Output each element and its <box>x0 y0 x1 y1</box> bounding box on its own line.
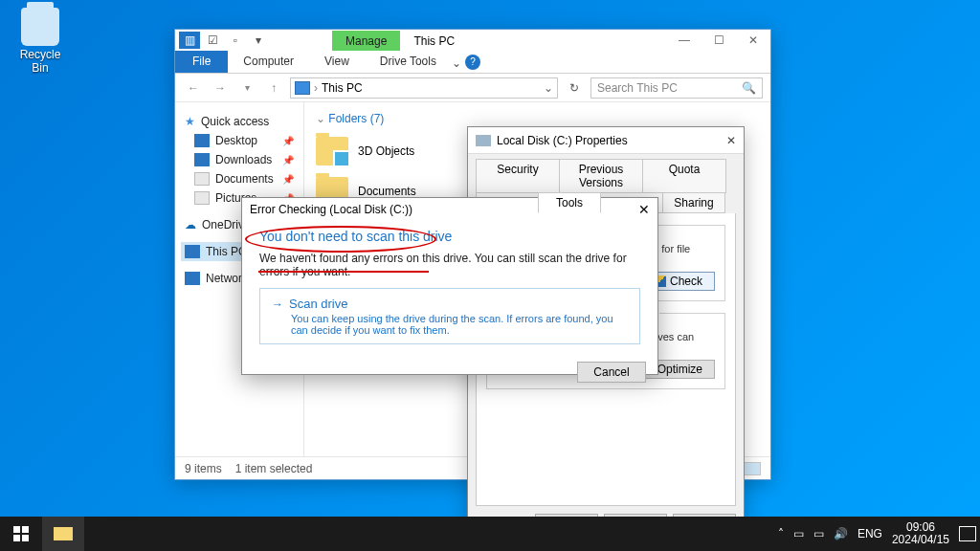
nav-desktop[interactable]: Desktop📌 <box>181 131 300 150</box>
desktop-icon-recycle-bin[interactable]: Recycle Bin <box>11 8 69 75</box>
tab-quota[interactable]: Quota <box>642 159 726 193</box>
tab-sharing[interactable]: Sharing <box>662 192 725 213</box>
properties-title: Local Disk (C:) Properties <box>497 134 628 147</box>
explorer-icon <box>54 527 73 540</box>
battery-icon[interactable]: ▭ <box>793 527 804 540</box>
action-center-button[interactable] <box>959 526 976 541</box>
pin-icon: 📌 <box>282 155 294 165</box>
ribbon-tab-file[interactable]: File <box>175 51 228 73</box>
properties-titlebar[interactable]: Local Disk (C:) Properties ✕ <box>468 127 744 154</box>
maximize-button[interactable]: ☐ <box>702 30 736 51</box>
contextual-tab-manage[interactable]: Manage <box>332 31 400 51</box>
taskbar-clock[interactable]: 09:06 2024/04/15 <box>892 521 949 546</box>
tab-tools[interactable]: Tools <box>538 192 601 213</box>
search-input[interactable]: Search This PC 🔍 <box>590 77 763 99</box>
address-bar[interactable]: › This PC ⌄ <box>290 77 558 99</box>
status-count: 9 items <box>185 462 222 475</box>
ribbon-tab-view[interactable]: View <box>309 51 365 73</box>
error-checking-dialog: Error Checking (Local Disk (C:)) ✕ You d… <box>241 197 658 375</box>
status-selected: 1 item selected <box>235 462 313 475</box>
svg-rect-3 <box>22 535 29 541</box>
error-checking-title: Error Checking (Local Disk (C:)) <box>250 203 412 216</box>
drive-icon <box>476 135 491 146</box>
ribbon-tabs: File Computer View Drive Tools ⌄ ? <box>175 51 770 74</box>
error-checking-subtext: We haven't found any errors on this driv… <box>259 252 640 278</box>
language-indicator[interactable]: ENG <box>858 527 882 540</box>
tab-previous-versions[interactable]: Previous Versions <box>559 159 643 193</box>
nav-quick-access[interactable]: ★Quick access <box>181 112 300 131</box>
ribbon-tab-drive-tools[interactable]: Drive Tools <box>365 51 452 73</box>
network-icon[interactable]: ▭ <box>813 527 824 540</box>
scan-drive-desc: You can keep using the drive during the … <box>291 313 628 336</box>
tray-chevron-icon[interactable]: ˄ <box>778 527 784 540</box>
svg-rect-2 <box>13 535 20 541</box>
qat-newfolder-icon[interactable]: ▫ <box>225 32 246 49</box>
close-button[interactable]: ✕ <box>736 30 770 51</box>
pictures-icon <box>194 191 210 205</box>
folder-icon <box>316 137 348 165</box>
address-dropdown-icon[interactable]: ⌄ <box>544 81 553 95</box>
svg-rect-1 <box>22 526 29 533</box>
nav-downloads[interactable]: Downloads📌 <box>181 150 300 169</box>
address-bar-row: ← → ▾ ↑ › This PC ⌄ ↻ Search This PC 🔍 <box>175 74 770 102</box>
nav-forward-button[interactable]: → <box>210 81 231 95</box>
pin-icon: 📌 <box>282 136 294 146</box>
minimize-button[interactable]: ― <box>667 30 702 51</box>
qat-dropdown-icon[interactable]: ▾ <box>248 32 269 49</box>
documents-icon <box>194 172 210 186</box>
scan-drive-title: Scan drive <box>289 297 347 311</box>
section-header-folders[interactable]: ⌄ Folders (7) <box>316 112 759 125</box>
search-icon: 🔍 <box>742 81 756 95</box>
volume-icon[interactable]: 🔊 <box>834 527 848 540</box>
cancel-button[interactable]: Cancel <box>577 362 646 383</box>
nav-up-button[interactable]: ↑ <box>263 81 284 95</box>
svg-rect-0 <box>13 526 20 533</box>
recycle-bin-icon <box>21 8 59 46</box>
downloads-icon <box>194 153 210 166</box>
star-icon: ★ <box>185 115 195 128</box>
recycle-bin-label: Recycle Bin <box>11 48 69 75</box>
refresh-button[interactable]: ↻ <box>564 81 585 95</box>
help-icon[interactable]: ? <box>465 55 480 70</box>
network-icon <box>185 272 200 285</box>
onedrive-icon: ☁ <box>185 218 196 231</box>
error-checking-headline: You don't need to scan this drive <box>259 229 640 244</box>
view-large-button[interactable] <box>744 462 761 475</box>
explorer-titlebar[interactable]: ▥ ☑ ▫ ▾ Manage This PC ― ☐ ✕ <box>175 30 770 51</box>
nav-recent-button[interactable]: ▾ <box>236 82 257 93</box>
search-placeholder: Search This PC <box>597 81 678 95</box>
start-button[interactable] <box>0 517 42 551</box>
pin-icon: 📌 <box>282 174 294 185</box>
desktop-icon <box>194 134 210 147</box>
close-icon[interactable]: ✕ <box>726 134 736 147</box>
window-title: This PC <box>400 31 468 51</box>
nav-back-button[interactable]: ← <box>183 81 204 95</box>
system-tray: ˄ ▭ ▭ 🔊 ENG 09:06 2024/04/15 <box>778 521 980 546</box>
breadcrumb[interactable]: This PC <box>322 81 363 95</box>
this-pc-icon <box>295 81 310 95</box>
nav-documents[interactable]: Documents📌 <box>181 169 300 188</box>
taskbar-explorer-button[interactable] <box>42 517 84 551</box>
ribbon-tab-computer[interactable]: Computer <box>228 51 309 73</box>
scan-drive-option[interactable]: →Scan drive You can keep using the drive… <box>259 288 640 344</box>
arrow-right-icon: → <box>272 298 283 311</box>
taskbar: ˄ ▭ ▭ 🔊 ENG 09:06 2024/04/15 <box>0 517 980 551</box>
explorer-icon: ▥ <box>179 32 200 49</box>
tab-security[interactable]: Security <box>476 159 560 193</box>
this-pc-icon <box>185 245 200 258</box>
ribbon-expand-icon[interactable]: ⌄ <box>452 56 461 73</box>
close-icon[interactable]: ✕ <box>638 202 650 217</box>
qat-properties-icon[interactable]: ☑ <box>202 32 223 49</box>
